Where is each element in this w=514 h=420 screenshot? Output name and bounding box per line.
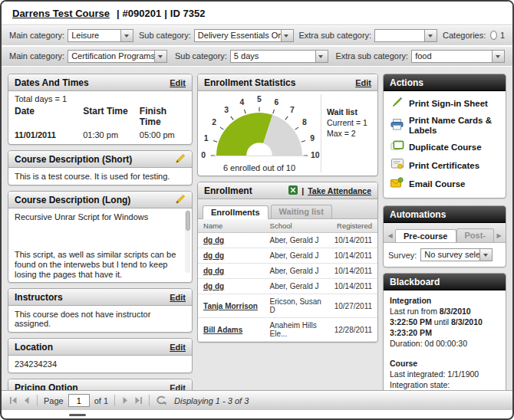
enrollee-name-link[interactable]: Tanja Morrison [198, 294, 265, 318]
long-description-text[interactable]: Recursive Unrar Script for Windows This … [8, 208, 192, 282]
page-of-label: of 1 [94, 396, 108, 405]
dates-header-row: Date Start Time Finish Time [15, 106, 186, 127]
svg-text:8: 8 [302, 118, 307, 126]
chevron-down-icon [154, 51, 166, 62]
excel-export-icon[interactable] [288, 185, 298, 196]
certificate-icon [390, 159, 404, 172]
survey-label: Survey: [388, 251, 417, 260]
prev-page-button[interactable] [22, 396, 31, 405]
enrollee-name-link[interactable]: dg dg [198, 264, 265, 279]
panel-title: Enrollment [204, 185, 252, 196]
enrollee-name-link[interactable]: dg dg [198, 233, 265, 248]
automations-panel: Automations ◀ Pre-course Post- ▶ Survey:… [383, 205, 506, 267]
location-panel: Location Edit 234234234 [8, 338, 193, 373]
svg-text:2: 2 [212, 118, 216, 126]
duplicate-course-action[interactable]: Duplicate Course [388, 138, 501, 156]
chevron-down-icon [281, 30, 293, 41]
enrollment-tabs: Enrollments Waiting list [198, 199, 377, 219]
title-separator: | [117, 8, 120, 19]
svg-text:6: 6 [275, 98, 279, 107]
enrollment-statistics-panel: Enrollment Statistics Edit 012345678910 … [197, 74, 378, 176]
course-heading: Course [390, 358, 499, 369]
bb-course-line: Last integrated: 1/1/1900 [390, 369, 499, 379]
tab-scroll-left-icon[interactable]: ◀ [385, 232, 395, 242]
dates-value-row: 11/01/2011 01:30 pm 05:00 pm [15, 130, 186, 139]
sub-category-select-2[interactable]: 5 days [230, 50, 328, 63]
page-title: Darrens Test Course | #090201 | ID 7352 [2, 2, 512, 25]
chevron-down-icon [424, 30, 437, 41]
panel-title: Location [15, 342, 53, 353]
refresh-icon[interactable] [156, 395, 166, 405]
tab-enrollments[interactable]: Enrollments [203, 205, 269, 219]
panel-title: Automations [390, 209, 446, 220]
course-number: #090201 [123, 8, 162, 19]
take-attendance-link[interactable]: Take Attendance [308, 186, 371, 195]
email-course-action[interactable]: Email Course [388, 175, 501, 193]
extra-sub-category-select-2[interactable]: food [411, 50, 505, 63]
print-name-cards-action[interactable]: Print Name Cards & Labels [388, 113, 501, 138]
svg-text:10: 10 [311, 151, 320, 159]
enrollee-name-link[interactable]: dg dg [198, 279, 265, 294]
print-signin-sheet-action[interactable]: Print Sign-in Sheet [388, 94, 501, 113]
pencil-icon[interactable] [176, 153, 186, 166]
course-id: ID 7352 [170, 8, 206, 19]
next-page-button[interactable] [121, 396, 130, 405]
instructors-edit-link[interactable]: Edit [170, 293, 186, 302]
integration-heading: Integration [390, 295, 499, 306]
waitlist-current: Current = 1 [327, 117, 376, 128]
svg-text:1: 1 [204, 134, 209, 143]
actions-panel: Actions Print Sign-in Sheet Print Name C… [383, 74, 506, 199]
bb-course-line: Integration state: [390, 379, 499, 390]
tab-scroll-right-icon[interactable]: ▶ [494, 232, 504, 242]
email-icon [390, 177, 404, 191]
dates-edit-link[interactable]: Edit [170, 78, 186, 87]
dates-and-times-panel: Dates And Times Edit Total days = 1 Date… [8, 74, 193, 145]
svg-text:7: 7 [290, 106, 295, 114]
page-number-input[interactable] [68, 394, 90, 407]
main-category-select-2[interactable]: Certification Programs [68, 50, 167, 63]
sub-category-select-1[interactable]: Delivery Essentials On I [194, 29, 294, 42]
last-page-button[interactable] [134, 396, 143, 405]
enrollment-panel: Enrollment | Take Attendance Enrollments… [197, 182, 378, 343]
panel-title: Dates And Times [15, 77, 89, 88]
header-separator: | [301, 186, 304, 195]
tab-waiting-list[interactable]: Waiting list [271, 205, 332, 218]
main-category-select-1[interactable]: Leisure [68, 29, 133, 42]
resize-handle[interactable] [69, 414, 86, 416]
chevron-down-icon [492, 51, 504, 62]
instructors-text: This course does not have instructor ass… [8, 306, 192, 332]
location-edit-link[interactable]: Edit [170, 343, 186, 352]
title-separator: | [164, 8, 167, 19]
enrollee-name-link[interactable]: dg dg [198, 248, 265, 264]
main-category-label: Main category: [9, 31, 64, 40]
panel-title: Enrollment Statistics [204, 77, 295, 88]
chevron-down-icon [120, 30, 133, 41]
pen-icon [390, 97, 404, 111]
pencil-icon[interactable] [176, 194, 186, 206]
print-certificates-action[interactable]: Print Certificates [388, 156, 501, 175]
course-title-link[interactable]: Darrens Test Course [12, 8, 110, 19]
location-text: 234234234 [8, 356, 192, 372]
integration-duration: Duration: 0d 00:00:30 [390, 338, 499, 349]
categories-radio[interactable] [490, 31, 497, 40]
scrollbar[interactable] [185, 210, 190, 273]
scrollbar-thumb[interactable] [186, 211, 190, 231]
stats-edit-link[interactable]: Edit [355, 78, 371, 87]
tab-pre-course[interactable]: Pre-course [395, 229, 456, 243]
survey-select[interactable]: No survey sele [420, 248, 493, 261]
svg-text:9: 9 [310, 134, 315, 143]
enrollee-name-link[interactable]: Bill Adams [198, 318, 265, 342]
panel-title: Blackboard [390, 277, 440, 287]
svg-text:3: 3 [224, 106, 229, 114]
first-page-button[interactable] [9, 396, 18, 405]
waitlist-info: Wait list Current = 1 Max = 2 [321, 94, 376, 172]
instructors-panel: Instructors Edit This course does not ha… [8, 288, 193, 333]
pagination-bar: Page of 1 Displaying 1 - 3 of 3 [2, 390, 512, 410]
sub-category-label: Sub category: [175, 51, 227, 61]
automation-tabs: ◀ Pre-course Post- ▶ [384, 223, 506, 243]
enrollment-table-header: Name School Registered [198, 219, 377, 233]
extra-sub-category-select-1[interactable] [374, 29, 437, 42]
main-category-label: Main category: [9, 51, 64, 61]
tab-post-course[interactable]: Post- [456, 228, 495, 242]
integration-run-text: Last run from 8/3/2010 3:22:50 PM until … [390, 306, 499, 338]
